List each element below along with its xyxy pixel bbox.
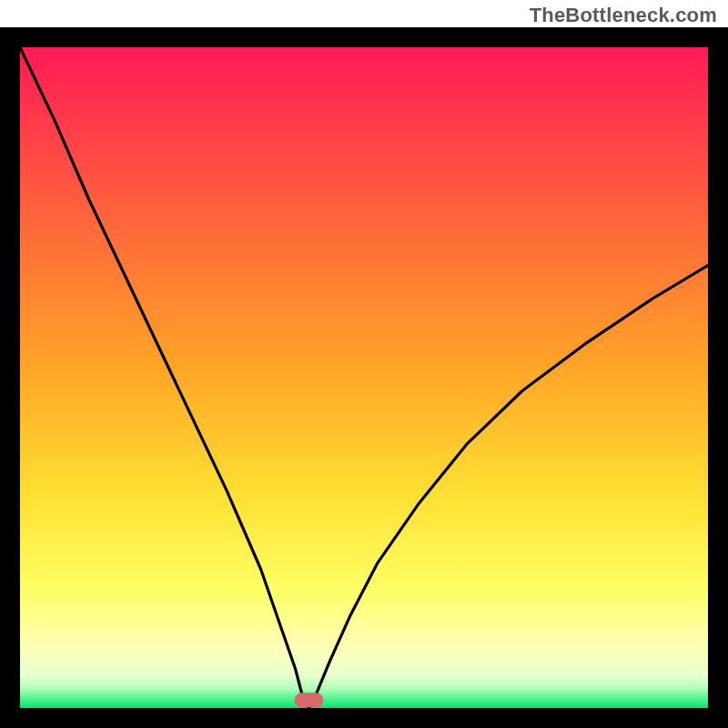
chart-background	[20, 47, 708, 708]
chart-container: TheBottleneck.com	[0, 0, 728, 728]
bottleneck-chart	[0, 0, 728, 728]
bottleneck-marker	[295, 693, 324, 707]
watermark-text: TheBottleneck.com	[530, 4, 717, 27]
